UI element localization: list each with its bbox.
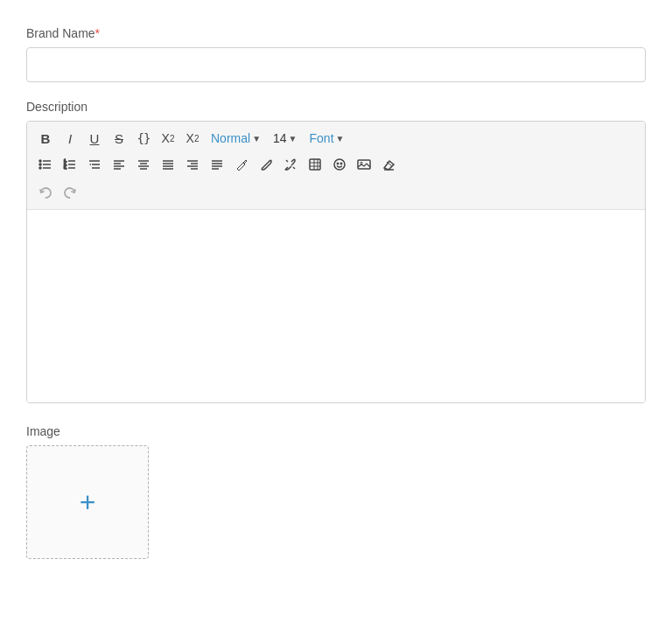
brand-name-input[interactable] <box>26 47 646 82</box>
svg-rect-38 <box>310 159 320 170</box>
pen-icon <box>234 157 248 171</box>
insert-image-button[interactable] <box>353 153 375 176</box>
brand-name-label-text: Brand Name <box>26 26 95 40</box>
description-label: Description <box>26 100 646 114</box>
undo-icon <box>38 185 52 199</box>
strikethrough-button[interactable]: S <box>108 127 130 150</box>
emoji-button[interactable] <box>328 153 351 176</box>
undo-redo-row <box>34 179 638 204</box>
font-dropdown[interactable]: Font ▼ <box>304 127 350 150</box>
svg-point-45 <box>340 163 341 164</box>
code-button[interactable]: {} <box>132 127 155 150</box>
align-left-button[interactable] <box>108 153 130 176</box>
subscript-base: X <box>186 131 194 145</box>
justify-button[interactable] <box>157 153 179 176</box>
image-section: Image + <box>26 424 646 559</box>
svg-point-44 <box>337 163 338 164</box>
emoji-icon <box>332 157 346 171</box>
format-dropdown[interactable]: Normal ▼ <box>206 127 266 150</box>
svg-line-37 <box>293 167 295 169</box>
pen-button[interactable] <box>230 153 253 176</box>
link-icon <box>259 157 273 171</box>
subscript-suffix: 2 <box>194 134 200 143</box>
editor-toolbar: B I U S {} X2 X2 Normal ▼ 14▼ <box>27 122 645 210</box>
subscript-button[interactable]: X2 <box>181 127 204 150</box>
format-dropdown-arrow: ▼ <box>252 134 261 143</box>
description-editor-content[interactable] <box>27 210 645 402</box>
toolbar-row-1: B I U S {} X2 X2 Normal ▼ 14▼ <box>34 127 638 150</box>
align-left-icon <box>112 157 126 171</box>
add-image-icon: + <box>80 488 96 516</box>
link-button[interactable] <box>255 153 277 176</box>
indent-decrease-button[interactable] <box>83 153 106 176</box>
svg-point-43 <box>334 159 345 170</box>
table-icon <box>308 157 322 171</box>
required-indicator: * <box>95 26 100 40</box>
indent-decrease-icon <box>88 157 102 171</box>
superscript-suffix: 2 <box>170 134 175 143</box>
font-label: Font <box>310 131 334 145</box>
superscript-button[interactable]: X2 <box>157 127 179 150</box>
svg-rect-46 <box>358 160 370 169</box>
svg-point-1 <box>39 164 41 165</box>
full-justify-button[interactable] <box>206 153 228 176</box>
redo-icon <box>63 185 77 199</box>
font-size-arrow: ▼ <box>289 134 298 143</box>
bold-button[interactable]: B <box>34 127 57 150</box>
svg-line-35 <box>264 163 268 166</box>
full-justify-icon <box>210 157 224 171</box>
svg-text:3.: 3. <box>64 165 66 170</box>
superscript-base: X <box>162 131 170 145</box>
image-label: Image <box>26 424 646 438</box>
form-section: Brand Name* Description B I U S {} X2 X2… <box>26 26 646 559</box>
image-upload-box[interactable]: + <box>26 445 149 559</box>
toolbar-row-2: 1. 2. 3. <box>34 153 638 176</box>
align-right-icon <box>186 157 200 171</box>
align-center-icon <box>136 157 150 171</box>
table-button[interactable] <box>304 153 326 176</box>
eraser-icon <box>382 157 396 171</box>
unordered-list-button[interactable] <box>34 153 57 176</box>
svg-point-2 <box>39 167 41 169</box>
svg-point-0 <box>39 160 41 162</box>
undo-button[interactable] <box>34 181 57 204</box>
eraser-button[interactable] <box>377 153 400 176</box>
italic-button[interactable]: I <box>59 127 81 150</box>
unlink-button[interactable] <box>279 153 302 176</box>
ordered-list-icon: 1. 2. 3. <box>63 157 77 171</box>
svg-line-36 <box>286 160 288 162</box>
justify-icon <box>161 157 175 171</box>
font-size-dropdown[interactable]: 14▼ <box>268 127 302 150</box>
font-dropdown-arrow: ▼ <box>336 134 345 143</box>
brand-name-label: Brand Name* <box>26 26 646 40</box>
align-right-button[interactable] <box>181 153 204 176</box>
unlink-icon <box>284 157 298 171</box>
unordered-list-icon <box>38 157 52 171</box>
insert-image-icon <box>357 157 371 171</box>
underline-button[interactable]: U <box>83 127 106 150</box>
description-editor: B I U S {} X2 X2 Normal ▼ 14▼ <box>26 121 646 403</box>
font-size-value: 14 <box>273 131 287 145</box>
format-label: Normal <box>211 131 250 145</box>
redo-button[interactable] <box>59 181 81 204</box>
align-center-button[interactable] <box>132 153 155 176</box>
ordered-list-button[interactable]: 1. 2. 3. <box>59 153 81 176</box>
